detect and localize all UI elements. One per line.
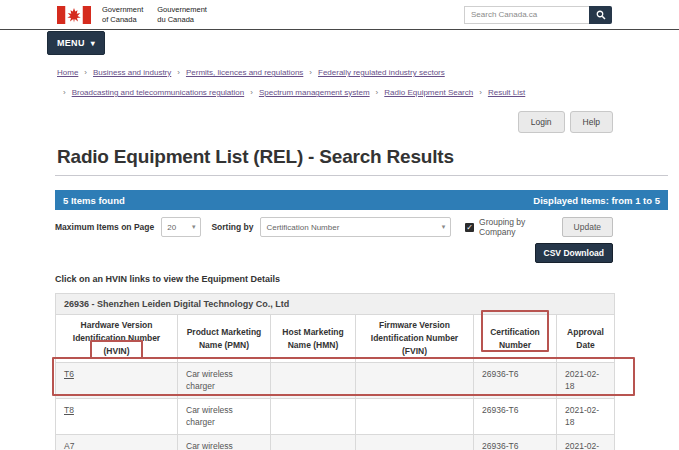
csv-download-button[interactable]: CSV Download [535, 243, 613, 263]
results-table: 26936 - Shenzhen Leiden Digital Technolo… [55, 293, 615, 450]
canada-flag-icon [57, 6, 91, 24]
grouping-checkbox[interactable]: ✓ [465, 223, 474, 232]
results-bar: 5 Items found Displayed Items: from 1 to… [55, 190, 668, 210]
col-header-hvin: Hardware Version Identification Number (… [56, 315, 178, 363]
login-button[interactable]: Login [518, 111, 565, 133]
breadcrumb-line-2: › Broadcasting and telecommunications re… [57, 83, 580, 103]
breadcrumb-line-1: Home › Business and industry › Permits, … [57, 63, 580, 83]
max-items-select[interactable]: 20 ▾ [161, 217, 201, 237]
approval-date-cell: 2021-02-18 [557, 399, 615, 435]
certification-number-cell: 26936-T6 [474, 435, 557, 450]
hvin-link-t6[interactable]: T6 [64, 369, 74, 379]
logo-wordmark: Government of Canada Gouvernement du Can… [102, 5, 207, 24]
chevron-down-icon: ▾ [192, 223, 196, 231]
fvin-cell [356, 363, 474, 399]
menu-button-label: MENU [57, 38, 85, 48]
displayed-items-label: Displayed Items: from 1 to 5 [533, 195, 660, 206]
grouping-label: Grouping by Company [479, 217, 562, 237]
chevron-down-icon: ▾ [91, 39, 95, 48]
site-search [464, 6, 612, 24]
table-row: T8 Car wireless charger 26936-T6 2021-02… [56, 399, 615, 435]
col-header-pmn: Product Marketing Name (PMN) [178, 315, 271, 363]
company-name: 26936 - Shenzhen Leiden Digital Technolo… [56, 294, 615, 315]
hmn-cell [271, 399, 356, 435]
breadcrumb: Home › Business and industry › Permits, … [0, 56, 580, 103]
sorting-value: Certification Number [266, 223, 339, 232]
pmn-cell: Car wireless charger [178, 399, 271, 435]
breadcrumb-radio-equipment-search[interactable]: Radio Equipment Search [384, 83, 473, 103]
canada-logo[interactable]: Government of Canada Gouvernement du Can… [57, 5, 207, 24]
login-help-row: Login Help [0, 111, 679, 133]
csv-row: CSV Download [55, 243, 613, 263]
menu-bar: MENU ▾ [0, 29, 679, 56]
max-items-label: Maximum Items on Page [55, 222, 154, 232]
breadcrumb-separator: › [84, 63, 87, 83]
breadcrumb-business-and-industry[interactable]: Business and industry [93, 63, 171, 83]
company-group-header: 26936 - Shenzhen Leiden Digital Technolo… [56, 294, 615, 315]
help-button[interactable]: Help [570, 111, 613, 133]
menu-button[interactable]: MENU ▾ [47, 31, 105, 55]
page-title: Radio Equipment List (REL) - Search Resu… [57, 146, 679, 168]
sorting-by-label: Sorting by [211, 222, 253, 232]
breadcrumb-permits-licences[interactable]: Permits, licences and regulations [186, 63, 303, 83]
hvin-cell: A7 [56, 435, 178, 450]
hvin-cell: T6 [56, 363, 178, 399]
hvin-instruction: Click on an HVIN links to view the Equip… [55, 274, 679, 284]
breadcrumb-separator: › [376, 83, 379, 103]
pmn-cell: Car wireless charger [178, 363, 271, 399]
breadcrumb-separator: › [177, 63, 180, 83]
max-items-value: 20 [167, 223, 176, 232]
fvin-cell [356, 399, 474, 435]
update-button[interactable]: Update [562, 217, 613, 237]
sorting-select[interactable]: Certification Number ▾ [260, 217, 451, 237]
breadcrumb-spectrum-management[interactable]: Spectrum management system [259, 83, 370, 103]
page: Government of Canada Gouvernement du Can… [0, 0, 679, 450]
col-header-certification-number: Certification Number [474, 315, 557, 363]
breadcrumb-separator: › [479, 83, 482, 103]
logo-wordmark-en: Government of Canada [102, 5, 143, 24]
items-found-label: 5 Items found [63, 195, 125, 206]
hvin-link-a7[interactable]: A7 [64, 441, 74, 450]
table-row: T6 Car wireless charger 26936-T6 2021-02… [56, 363, 615, 399]
certification-number-cell: 26936-T6 [474, 399, 557, 435]
logo-wordmark-fr: Gouvernement du Canada [157, 5, 207, 24]
breadcrumb-separator: › [309, 63, 312, 83]
hvin-cell: T8 [56, 399, 178, 435]
approval-date-cell: 2021-02-18 [557, 363, 615, 399]
hmn-cell [271, 363, 356, 399]
breadcrumb-home[interactable]: Home [57, 63, 78, 83]
breadcrumb-separator: › [63, 83, 66, 103]
breadcrumb-broadcasting-telecom[interactable]: Broadcasting and telecommunications regu… [72, 83, 245, 103]
approval-date-cell: 2021-02-18 [557, 435, 615, 450]
grouping-checkbox-group[interactable]: ✓ Grouping by Company [465, 217, 561, 237]
search-button[interactable] [589, 6, 612, 24]
table-header-row: Hardware Version Identification Number (… [56, 315, 615, 363]
hmn-cell [271, 435, 356, 450]
title-divider [55, 175, 668, 176]
col-header-approval-date: Approval Date [557, 315, 615, 363]
col-header-hmn: Host Marketing Name (HMN) [271, 315, 356, 363]
pmn-cell: Car wireless charger [178, 435, 271, 450]
breadcrumb-separator: › [250, 83, 253, 103]
search-input[interactable] [464, 6, 589, 24]
chevron-down-icon: ▾ [442, 223, 446, 231]
fvin-cell [356, 435, 474, 450]
certification-number-cell: 26936-T6 [474, 363, 557, 399]
col-header-fvin: Firmware Version Identification Number (… [356, 315, 474, 363]
breadcrumb-result-list[interactable]: Result List [488, 83, 525, 103]
table-row: A7 Car wireless charger 26936-T6 2021-02… [56, 435, 615, 450]
search-icon [596, 10, 606, 20]
controls-row: Maximum Items on Page 20 ▾ Sorting by Ce… [55, 217, 613, 237]
hvin-link-t8[interactable]: T8 [64, 405, 74, 415]
breadcrumb-federally-regulated[interactable]: Federally regulated industry sectors [318, 63, 445, 83]
gc-header: Government of Canada Gouvernement du Can… [0, 0, 679, 29]
